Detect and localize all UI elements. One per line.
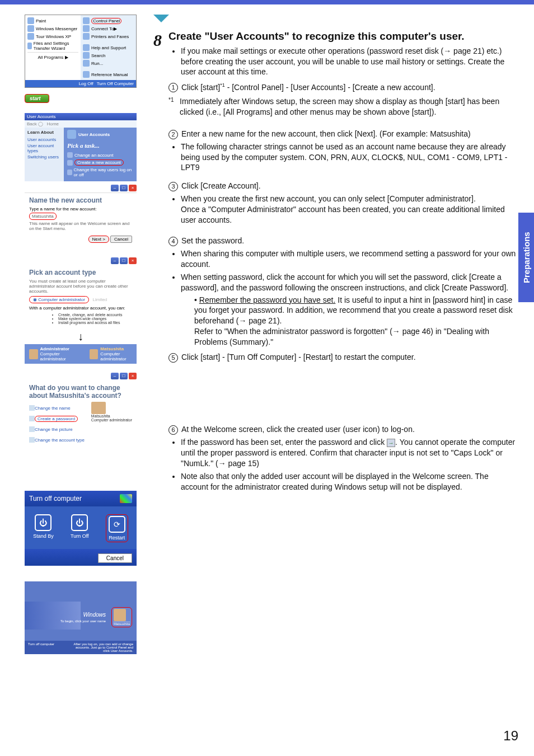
start-item-help: Help and Support — [91, 45, 126, 50]
radio-limited: Limited — [93, 297, 107, 302]
chg-title: What do you want to change about Matsush… — [29, 384, 132, 400]
pick-title: Pick an account type — [29, 269, 132, 276]
name-title: Name the new account — [29, 196, 132, 204]
close-icon: × — [129, 373, 137, 379]
right-column: 8 Create "User Accounts" to recognize th… — [153, 15, 517, 654]
name-input: Matsushita — [29, 213, 57, 220]
next-button: Next > — [88, 236, 109, 243]
restart-option: ⟳ Restart — [106, 514, 128, 542]
minimize-icon: – — [111, 185, 119, 191]
step-title: Create "User Accounts" to recognize this… — [168, 29, 517, 44]
turnoff-dialog: Turn off computer ⏻ Stand By ⏻ Turn Off … — [25, 491, 137, 566]
start-item-wmsg: Windows Messenger — [36, 26, 77, 31]
circled-2: 2 — [168, 130, 178, 139]
step-3-bullet: When you create the first new account, y… — [181, 194, 517, 226]
page-number: 19 — [503, 728, 518, 744]
ua-home: Home — [47, 121, 59, 126]
start-all-programs: All Programs — [38, 55, 63, 60]
standby-option: ⏻ Stand By — [33, 514, 54, 542]
pick-d1: Create, change, and delete accounts — [58, 313, 132, 317]
arrow-right-icon: → — [387, 439, 395, 447]
messenger-icon — [27, 25, 34, 32]
search-icon — [83, 52, 90, 59]
left-column: Paint Windows Messenger Tour Windows XP … — [25, 15, 142, 654]
connect-icon — [83, 25, 90, 32]
step-1-text: Click [start]*1 - [Control Panel] - [Use… — [181, 82, 435, 93]
name-hint: This name will appear on the Welcome scr… — [29, 221, 132, 231]
refman-icon — [83, 71, 90, 78]
user-accounts-window: User Accounts Back ◯ Home Learn About Us… — [25, 113, 137, 181]
name-prompt: Type a name for the new account: — [29, 206, 132, 212]
radio-admin: ◉ Computer administrator — [29, 296, 89, 303]
task-icon — [29, 426, 35, 432]
start-item-tour: Tour Windows XP — [36, 34, 71, 39]
circled-6: 6 — [168, 425, 178, 435]
maximize-icon: □ — [120, 373, 128, 379]
chg-c4: Change the account type — [35, 438, 85, 443]
side-tab: Preparations — [518, 213, 534, 302]
task-icon — [29, 437, 35, 443]
help-icon — [83, 44, 90, 51]
start-item-paint: Paint — [36, 18, 46, 24]
close-icon: × — [129, 257, 137, 264]
start-item-fst: Files and Settings Transfer Wizard — [34, 41, 78, 51]
start-menu-screenshot: Paint Windows Messenger Tour Windows XP … — [25, 15, 137, 88]
arrow-icon — [67, 152, 73, 158]
step-6-text: At the Welcome screen, click the created… — [181, 424, 415, 435]
start-item-refman: Reference Manual — [91, 72, 128, 77]
start-item-printers: Printers and Faxes — [91, 34, 129, 39]
ua-maintitle: User Accounts — [78, 132, 110, 137]
welcome-logo: Windows — [83, 612, 106, 618]
top-border — [0, 0, 534, 4]
avatar-icon — [114, 609, 126, 621]
ua-back: Back — [27, 121, 37, 126]
maximize-icon: □ — [120, 257, 128, 264]
mat-name: Matsushita — [100, 346, 132, 351]
welcome-sub: To begin, click your user name — [60, 619, 106, 623]
step-6-bullet-a: If the password has been set, enter the … — [181, 437, 517, 469]
ua-learn: Learn About — [27, 130, 61, 135]
step-number: 8 — [153, 29, 162, 52]
user-accounts-icon — [67, 130, 76, 139]
maximize-icon: □ — [120, 185, 128, 191]
circled-1: 1 — [168, 83, 178, 92]
footnote-1: Immediately after Windows setup, the scr… — [180, 96, 517, 118]
step-4-bullet-b: When setting password, click the account… — [181, 272, 517, 348]
chg-card-name: Matsushita — [91, 414, 110, 418]
fst-icon — [27, 43, 32, 49]
paint-icon — [27, 17, 34, 24]
start-turnoff: Turn Off Computer — [97, 81, 134, 86]
circled-4: 4 — [168, 237, 178, 246]
ua-l1: User accounts — [27, 137, 61, 142]
step-4-bullet-a: When sharing this computer with multiple… — [181, 248, 517, 270]
welcome-user-name: Matsushita — [114, 622, 130, 626]
cp-icon — [83, 17, 90, 24]
chg-c3: Change the picture — [35, 427, 73, 432]
step-4-text: Set the password. — [181, 236, 244, 246]
footnote-mark: *1 — [168, 96, 180, 118]
admin-sub: Computer administrator — [40, 351, 73, 361]
chg-c1: Change the name — [35, 406, 71, 411]
pick-desc: With a computer administrator account, y… — [29, 306, 132, 311]
arrow-down-icon: ↓ — [25, 330, 137, 343]
ua-title: User Accounts — [27, 114, 56, 119]
welcome-user-card: Matsushita — [111, 607, 132, 627]
ua-l3: Switching users — [27, 154, 61, 159]
minimize-icon: – — [111, 257, 119, 264]
cancel-button: Cancel — [110, 236, 132, 243]
ua-l2: User account types — [27, 143, 61, 153]
step-2-bullet: The following character strings cannot b… — [181, 142, 517, 173]
ua-pick: Pick a task... — [67, 142, 133, 149]
turnoff-icon: ⏻ — [71, 514, 88, 531]
start-item-run: Run... — [91, 61, 103, 66]
start-item-search: Search — [91, 53, 105, 58]
run-icon — [83, 60, 90, 67]
pick-d2: Make system-wide changes — [58, 317, 132, 321]
standby-icon: ⏻ — [35, 514, 51, 531]
chg-c2: Create a password — [35, 416, 78, 422]
arrow-icon — [67, 170, 72, 175]
step-3-text: Click [Create Account]. — [181, 181, 261, 191]
turnoff-cancel-button: Cancel — [98, 553, 132, 563]
task-icon — [29, 416, 35, 421]
ua-t2: Create a new account — [74, 159, 124, 166]
